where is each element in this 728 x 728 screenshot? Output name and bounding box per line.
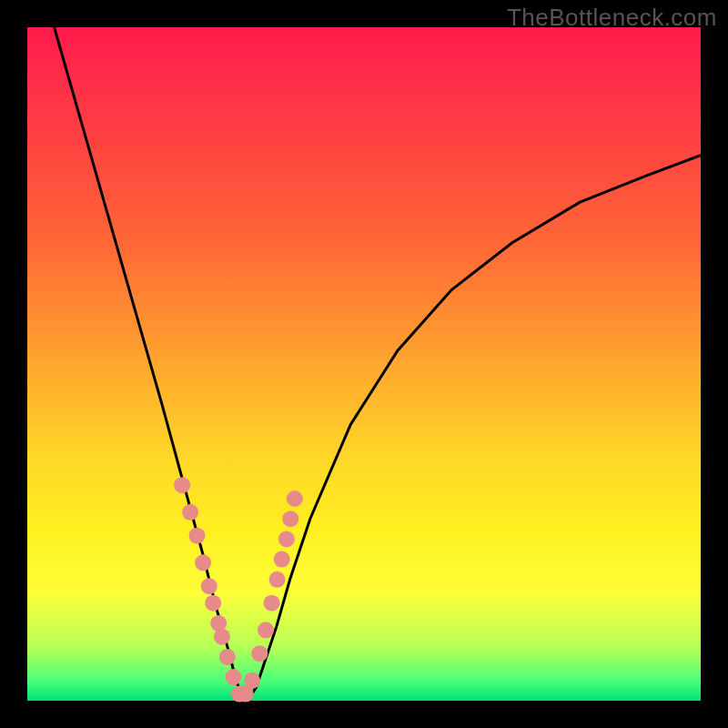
marker-dot — [251, 645, 268, 662]
marker-dot — [269, 571, 286, 588]
watermark-text: TheBottleneck.com — [507, 4, 717, 32]
marker-dot — [219, 649, 236, 665]
marker-dot — [225, 669, 241, 685]
bottleneck-curve — [55, 27, 701, 697]
marker-dot — [189, 528, 206, 544]
marker-dot — [264, 595, 280, 612]
marker-dot — [182, 504, 198, 521]
marker-dot — [282, 511, 298, 527]
marker-dot — [201, 578, 217, 594]
marker-dot — [205, 595, 221, 612]
marker-dot — [244, 672, 260, 689]
marker-dot — [214, 629, 230, 645]
curve-svg — [27, 27, 701, 701]
marker-dot — [174, 477, 190, 493]
chart-container: TheBottleneck.com — [0, 0, 728, 728]
marker-dot — [258, 622, 274, 638]
marker-dot — [195, 554, 211, 571]
curve-path — [55, 27, 701, 697]
marker-dot — [287, 490, 303, 507]
curve-markers — [174, 477, 303, 702]
marker-dot — [274, 551, 290, 568]
marker-dot — [278, 531, 295, 547]
plot-area — [27, 27, 701, 701]
